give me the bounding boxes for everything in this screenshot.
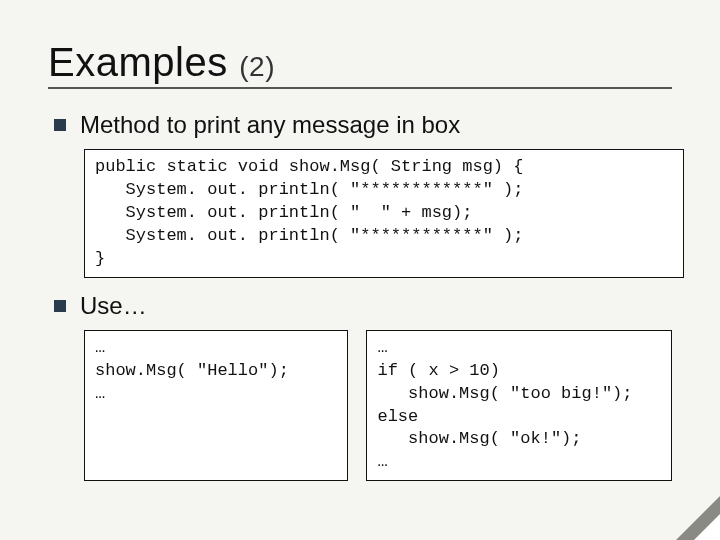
code-block-right: … if ( x > 10) show.Msg( "too big!"); el…	[366, 330, 672, 482]
square-bullet-icon	[54, 300, 66, 312]
title-wrap: Examples (2)	[48, 40, 672, 89]
code-two-col: … show.Msg( "Hello"); … … if ( x > 10) s…	[84, 330, 672, 482]
title-main: Examples	[48, 40, 228, 84]
title-sub: (2)	[239, 51, 275, 82]
bullet-1-text: Method to print any message in box	[80, 111, 460, 139]
bullet-1: Method to print any message in box	[54, 111, 672, 139]
slide-title: Examples (2)	[48, 40, 672, 85]
page-corner-fold-icon	[676, 496, 720, 540]
bullet-2-text: Use…	[80, 292, 147, 320]
square-bullet-icon	[54, 119, 66, 131]
bullet-2: Use…	[54, 292, 672, 320]
code-block-main: public static void show.Msg( String msg)…	[84, 149, 684, 278]
slide: Examples (2) Method to print any message…	[0, 0, 720, 540]
code-block-left: … show.Msg( "Hello"); …	[84, 330, 348, 482]
